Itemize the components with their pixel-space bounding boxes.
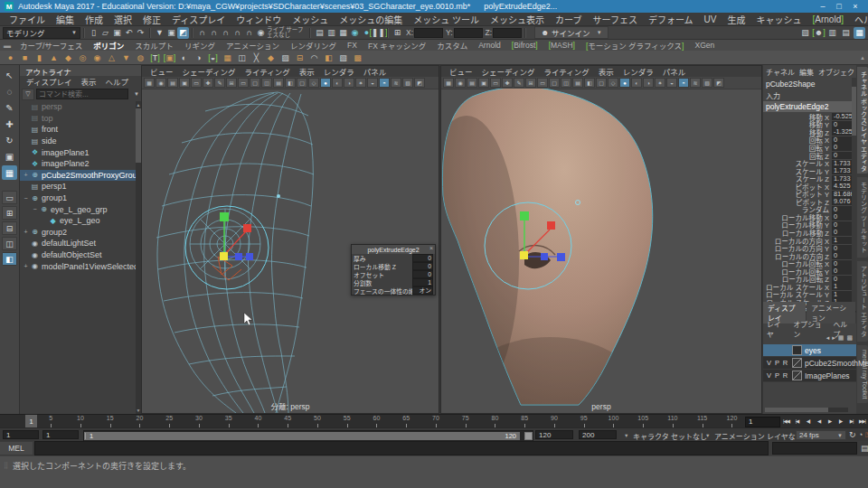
go-to-start-button[interactable]: |◀◀: [781, 416, 791, 427]
append-icon[interactable]: ◧: [322, 52, 335, 64]
poly-torus-icon[interactable]: ◎: [76, 52, 90, 64]
filter-icon[interactable]: ▽: [22, 89, 34, 100]
multisample-icon[interactable]: ▧: [402, 78, 413, 88]
outliner-item-top[interactable]: ▤top: [20, 113, 141, 125]
extrude-icon[interactable]: ⊟: [293, 52, 307, 64]
move-layer-down-icon[interactable]: ▸: [832, 334, 835, 343]
manip-z-handle[interactable]: [246, 253, 253, 260]
menu-選択[interactable]: 選択: [108, 13, 137, 26]
animation-end-field[interactable]: 200: [579, 430, 617, 439]
select-camera-icon[interactable]: ▦: [144, 78, 155, 88]
outliner-search-input[interactable]: [36, 89, 128, 99]
crease-icon[interactable]: ▩: [351, 52, 364, 64]
separate-icon[interactable]: ◑: [192, 52, 205, 64]
channel-box-input-node[interactable]: polyExtrudeEdge2: [763, 101, 856, 112]
character-set-label[interactable]: キャラクタ セットなし: [633, 431, 707, 441]
attribute-editor-toggle-icon[interactable]: ▤: [840, 27, 852, 39]
shelf-tab-スカルプト[interactable]: スカルプト: [129, 40, 179, 51]
new-scene-icon[interactable]: ▯: [88, 27, 99, 39]
poly-cylinder-icon[interactable]: ▮: [33, 52, 46, 64]
expander-icon[interactable]: +: [22, 229, 30, 235]
attr-value-field[interactable]: 0: [412, 262, 433, 270]
playback-end-field[interactable]: 120: [535, 430, 573, 439]
safe-title-icon[interactable]: ▢: [596, 78, 607, 88]
attr-value-field[interactable]: 0: [412, 254, 433, 262]
layout-four-pane[interactable]: ⊞: [2, 206, 17, 220]
playback-start-field[interactable]: 1: [42, 430, 79, 439]
bridge-icon[interactable]: ◠: [307, 52, 321, 64]
manip-y-handle[interactable]: [220, 212, 229, 221]
shelf-tab-リギング[interactable]: リギング: [179, 40, 221, 51]
no-autokey-clock-icon[interactable]: ◔: [858, 430, 863, 439]
film-gate-icon[interactable]: ▭: [537, 78, 548, 88]
safe-action-icon[interactable]: ◧: [285, 78, 296, 88]
x-coordinate-field[interactable]: [414, 28, 443, 38]
manip-x-handle[interactable]: [547, 221, 555, 230]
textured-icon[interactable]: ◐: [631, 78, 642, 88]
use-default-material-icon[interactable]: ◑: [643, 78, 654, 88]
undo-icon[interactable]: ↶: [123, 27, 135, 39]
grid-icon[interactable]: ⊞: [525, 78, 536, 88]
viewport-menu-ビュー[interactable]: ビュー: [146, 66, 178, 77]
menu-生成[interactable]: 生成: [722, 13, 751, 26]
viewport-menu-ビュー[interactable]: ビュー: [445, 66, 477, 77]
safe-action-icon[interactable]: ◧: [584, 78, 595, 88]
multi-cut-icon[interactable]: ╳: [250, 52, 263, 64]
layer-toggle[interactable]: V: [765, 359, 773, 367]
menu-Arnold[interactable]: [Arnold]: [807, 14, 849, 24]
lock-camera-icon[interactable]: ◉: [156, 78, 166, 88]
chevron-down-icon[interactable]: ▼: [705, 433, 710, 438]
camera-attributes-icon[interactable]: ▤: [467, 78, 477, 88]
viewport-menu-表示[interactable]: 表示: [594, 66, 618, 77]
shelf-tab-Arnold[interactable]: Arnold: [473, 41, 506, 50]
resolution-gate-icon[interactable]: ▢: [250, 78, 260, 88]
snap-to-curve-icon[interactable]: ∩: [208, 27, 220, 39]
close-button[interactable]: ×: [847, 2, 863, 11]
image-plane-icon[interactable]: ▭: [490, 78, 501, 88]
poly-sphere-icon[interactable]: ●: [4, 52, 17, 64]
pause-viewport-icon[interactable]: [❚❚]: [373, 27, 384, 39]
grease-pencil-icon[interactable]: ✎: [214, 78, 225, 88]
grease-pencil-icon[interactable]: ✎: [514, 78, 524, 88]
channel-box-menu-編集[interactable]: 編集: [797, 67, 816, 77]
manip-y-handle[interactable]: [520, 211, 529, 221]
shelf-tab-FX キャッシング[interactable]: FX キャッシング: [363, 40, 431, 51]
channel-box-menu-チャネル[interactable]: チャネル: [764, 67, 797, 77]
snap-to-projected-center-icon[interactable]: ∩: [231, 27, 243, 39]
sidebar-tab[interactable]: mental ray Toolkit: [857, 345, 868, 403]
image-plane-icon[interactable]: ▭: [191, 78, 202, 88]
viewport-wireframe[interactable]: ビューシェーディングライティング表示レンダラパネル ▦◉▤▣▭✚✎⊞▭▢◫▤◧▢…: [141, 65, 439, 414]
render-view-icon[interactable]: ▤: [314, 27, 326, 39]
menu-サーフェス[interactable]: サーフェス: [588, 13, 643, 26]
menu-修正[interactable]: 修正: [137, 13, 166, 26]
play-backwards-button[interactable]: ◀: [814, 416, 824, 427]
screen-space-ao-icon[interactable]: ◓: [379, 78, 390, 88]
outliner-item-eye_L_geo_grp[interactable]: −⊕eye_L_geo_grp: [20, 203, 141, 215]
outliner-item-defaultLightSet[interactable]: ◉defaultLightSet: [20, 238, 141, 249]
play-forwards-button[interactable]: ▶: [825, 416, 835, 427]
lasso-select-tool[interactable]: ◌: [2, 84, 17, 99]
film-gate-icon[interactable]: ▭: [238, 78, 249, 88]
shelf-tab-レンダリング[interactable]: レンダリング: [285, 40, 342, 51]
layer-toggle[interactable]: R: [781, 371, 789, 380]
step-forward-key-button[interactable]: ▶|: [846, 416, 856, 427]
expander-icon[interactable]: +: [22, 263, 30, 269]
select-hierarchy-icon[interactable]: ▼: [154, 27, 165, 39]
shaded-icon[interactable]: ●: [619, 78, 630, 88]
layer-toggle[interactable]: P: [773, 359, 781, 367]
outliner-item-eye_L_geo[interactable]: ◆eye_L_geo: [20, 215, 141, 227]
mel-input[interactable]: [34, 441, 769, 455]
manip-x-handle[interactable]: [243, 224, 251, 232]
step-back-key-button[interactable]: |◀: [792, 416, 802, 427]
resolution-gate-icon[interactable]: ▢: [549, 78, 560, 88]
viewport-shaded[interactable]: ビューシェーディングライティング表示レンダラパネル ▦◉▤▣▭✚✎⊞▭▢◫▤◧▢…: [440, 65, 762, 414]
menu-デフォーム[interactable]: デフォーム: [643, 13, 699, 26]
combine-icon[interactable]: ◐: [177, 52, 191, 64]
target-weld-icon[interactable]: ◆: [264, 52, 278, 64]
outliner-item-persp1[interactable]: ▤persp1: [20, 181, 141, 192]
channel-box-node-name[interactable]: pCube2Shape: [763, 79, 856, 89]
poly-plane-icon[interactable]: ◆: [61, 52, 75, 64]
expander-icon[interactable]: −: [31, 206, 39, 212]
layer-row-pCube2SmoothMesh[interactable]: VPRpCube2SmoothMesh: [763, 357, 856, 370]
menu-メッシュ[interactable]: メッシュ: [287, 13, 334, 26]
